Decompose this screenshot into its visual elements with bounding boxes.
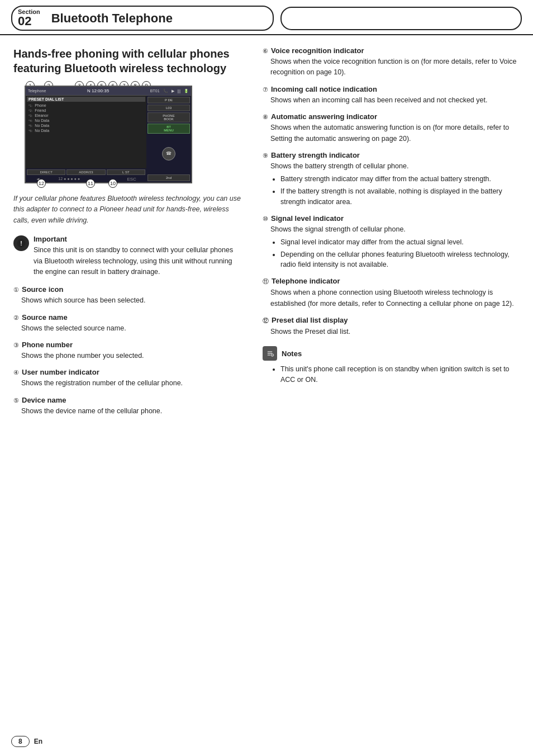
- item-body: Shows when the automatic answering funct…: [263, 122, 520, 144]
- item-title: Phone number: [22, 341, 73, 349]
- item-section: ④ User number indicator Shows the regist…: [13, 368, 244, 389]
- section-title-box: Section 02 Bluetooth Telephone: [11, 6, 274, 31]
- item-section: ⑩ Signal level indicator Shows the signa…: [263, 214, 520, 271]
- right-items-list: ⑥ Voice recognition indicator Shows when…: [263, 46, 520, 337]
- item-section: ① Source icon Shows which source has bee…: [13, 285, 244, 306]
- callout-10: 10: [108, 179, 117, 188]
- important-text: Since this unit is on standby to connect…: [34, 245, 244, 277]
- item-circled-num: ④: [13, 369, 19, 376]
- screen-right-panel: P DE L03 PHONEBOOK BTMENU ☎ 2nd: [146, 96, 191, 182]
- item-header: ④ User number indicator: [13, 368, 244, 376]
- screen-top-bar: Telephone N 12:00:35 BT01 📞 ▶ ||| 🔋: [26, 87, 191, 96]
- item-body: Shows the device name of the cellular ph…: [13, 406, 244, 417]
- item-body: Shows the selected source name.: [13, 323, 244, 334]
- item-circled-num: ⑪: [263, 277, 269, 286]
- notes-label: Notes: [282, 349, 302, 358]
- item-section: ③ Phone number Shows the phone number yo…: [13, 341, 244, 361]
- page-header: Section 02 Bluetooth Telephone: [0, 0, 533, 35]
- device-screen-container: 1 2 3 4 5 6 7 8 9 Telephone N 12:00:35 B…: [13, 86, 244, 183]
- item-header: ⑩ Signal level indicator: [263, 214, 520, 223]
- notes-icon: ✓: [263, 346, 277, 361]
- item-circled-num: ⑤: [13, 397, 19, 404]
- item-section: ② Source name Shows the selected source …: [13, 313, 244, 334]
- svg-text:✓: ✓: [272, 355, 273, 357]
- item-header: ⑧ Automatic answering indicator: [263, 112, 520, 121]
- important-icon: !: [13, 235, 29, 251]
- item-title: Automatic answering indicator: [271, 112, 377, 121]
- item-circled-num: ③: [13, 342, 19, 349]
- item-header: ③ Phone number: [13, 341, 244, 349]
- item-header: ⑪ Telephone indicator: [263, 277, 520, 286]
- item-title: Device name: [22, 396, 66, 404]
- item-header: ① Source icon: [13, 285, 244, 294]
- important-content: Important Since this unit is on standby …: [34, 235, 244, 277]
- callout-11: 11: [86, 179, 95, 188]
- notes-item: This unit's phone call reception is on s…: [280, 364, 520, 385]
- item-header: ② Source name: [13, 313, 244, 322]
- page-number: 8: [11, 736, 30, 747]
- right-column: ⑥ Voice recognition indicator Shows when…: [257, 41, 533, 429]
- section-title: Bluetooth Telephone: [51, 12, 173, 25]
- item-header: ⑤ Device name: [13, 396, 244, 404]
- important-box: ! Important Since this unit is on standb…: [13, 235, 244, 277]
- item-title: Incoming call notice indication: [271, 85, 377, 93]
- item-circled-num: ⑥: [263, 48, 268, 55]
- screen-list: PRESET DIAL LIST *1: Phone *2: Friend *3…: [26, 96, 146, 168]
- item-body: Shows the signal strength of cellular ph…: [263, 224, 520, 271]
- item-body: Shows when the voice recognition functio…: [263, 56, 520, 78]
- item-circled-num: ①: [13, 286, 19, 294]
- item-title: Source icon: [22, 285, 63, 294]
- item-title: Battery strength indicator: [271, 151, 360, 159]
- item-title: User number indicator: [22, 368, 99, 376]
- item-section: ⑦ Incoming call notice indication Shows …: [263, 85, 520, 106]
- device-screen: Telephone N 12:00:35 BT01 📞 ▶ ||| 🔋: [25, 86, 192, 183]
- item-circled-num: ⑩: [263, 215, 268, 223]
- notes-header: ✓ Notes: [263, 346, 520, 361]
- item-section: ⑥ Voice recognition indicator Shows when…: [263, 46, 520, 78]
- callout-12: 12: [37, 179, 46, 188]
- item-section: ⑤ Device name Shows the device name of t…: [13, 396, 244, 417]
- header-right-decoration: [280, 7, 522, 30]
- item-section: ⑨ Battery strength indicator Shows the b…: [263, 151, 520, 207]
- item-title: Preset dial list display: [272, 316, 348, 324]
- item-body: Shows the battery strength of cellular p…: [263, 161, 520, 207]
- item-header: ⑫ Preset dial list display: [263, 316, 520, 325]
- item-section: ⑫ Preset dial list display Shows the Pre…: [263, 316, 520, 337]
- item-body: Shows which source has been selected.: [13, 295, 244, 306]
- item-section: ⑧ Automatic answering indicator Shows wh…: [263, 112, 520, 144]
- item-header: ⑨ Battery strength indicator: [263, 151, 520, 159]
- screen-wrapper: 1 2 3 4 5 6 7 8 9 Telephone N 12:00:35 B…: [13, 86, 198, 183]
- notes-body: This unit's phone call reception is on s…: [263, 364, 520, 385]
- page-footer: 8 En: [11, 736, 42, 747]
- item-circled-num: ⑦: [263, 86, 268, 93]
- item-title: Telephone indicator: [272, 277, 340, 285]
- page-subtitle: Hands-free phoning with cellular phones …: [13, 46, 244, 75]
- item-circled-num: ⑧: [263, 114, 268, 121]
- item-header: ⑥ Voice recognition indicator: [263, 46, 520, 55]
- page-lang: En: [34, 738, 42, 745]
- section-number: 02: [18, 15, 38, 27]
- item-body: Shows the Preset dial list.: [263, 327, 520, 337]
- item-body: Shows when an incoming call has been rec…: [263, 95, 520, 106]
- item-title: Signal level indicator: [271, 214, 344, 223]
- main-content: Hands-free phoning with cellular phones …: [0, 35, 533, 429]
- left-column: Hands-free phoning with cellular phones …: [0, 41, 257, 429]
- item-title: Voice recognition indicator: [271, 46, 364, 55]
- item-body: Shows when a phone connection using Blue…: [263, 287, 520, 309]
- notes-box: ✓ Notes This unit's phone call reception…: [263, 346, 520, 385]
- item-body: Shows the registration number of the cel…: [13, 378, 244, 389]
- item-body: Shows the phone number you selected.: [13, 351, 244, 361]
- item-circled-num: ⑫: [263, 316, 269, 325]
- item-header: ⑦ Incoming call notice indication: [263, 85, 520, 93]
- important-label: Important: [34, 235, 244, 243]
- item-section: ⑪ Telephone indicator Shows when a phone…: [263, 277, 520, 309]
- item-title: Source name: [22, 313, 68, 322]
- intro-text: If your cellular phone features Bluetoot…: [13, 193, 244, 226]
- item-circled-num: ②: [13, 314, 19, 322]
- left-items-list: ① Source icon Shows which source has bee…: [13, 285, 244, 417]
- svg-text:!: !: [20, 240, 22, 247]
- item-circled-num: ⑨: [263, 152, 268, 159]
- screen-main-area: PRESET DIAL LIST *1: Phone *2: Friend *3…: [26, 96, 191, 182]
